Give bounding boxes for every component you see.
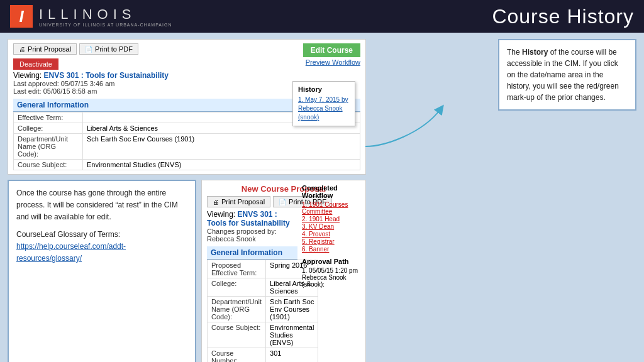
table-row: Course Subject:Environmental Studies (EN… xyxy=(208,322,318,348)
history-title: History xyxy=(298,85,350,93)
workflow-title: Completed Workflow xyxy=(302,184,362,199)
field-value: Sch Earth Soc Env Courses (1901) xyxy=(83,134,360,160)
logo-text-block: ILLINOIS UNIVERSITY OF ILLINOIS AT URBAN… xyxy=(39,6,172,27)
history-arrow xyxy=(359,102,447,153)
glossary-link[interactable]: https://help.courseleaf.com/addt-resourc… xyxy=(16,242,126,263)
workflow-item[interactable]: 5. Registrar xyxy=(302,238,362,245)
approval-path-list: 1. 05/05/15 1:20 pm Rebecca Snook (snook… xyxy=(302,267,362,288)
history-dropdown: History 1. May 7, 2015 by Rebecca Snook … xyxy=(292,81,355,126)
viewing-line: Viewing: ENVS 301 : Tools for Sustainabi… xyxy=(13,71,360,80)
header: I ILLINOIS UNIVERSITY OF ILLINOIS AT URB… xyxy=(0,0,644,33)
new-print-proposal-button[interactable]: Print Proposal xyxy=(207,196,270,207)
new-printer-icon xyxy=(213,198,219,206)
print-pdf-label: Print to PDF xyxy=(95,45,133,53)
field-value: 301 xyxy=(266,348,318,363)
workflow-item[interactable]: 2. 1901 Head xyxy=(302,216,362,222)
university-logo: I ILLINOIS UNIVERSITY OF ILLINOIS AT URB… xyxy=(10,5,172,28)
workflow-item[interactable]: 4. Provost xyxy=(302,231,362,238)
approval-path-item: 1. 05/05/15 1:20 pm Rebecca Snook (snook… xyxy=(302,267,362,288)
glossary-prefix: CourseLeaf Glossary of Terms: xyxy=(16,230,120,239)
print-proposal-label: Print Proposal xyxy=(28,45,71,53)
print-pdf-button[interactable]: Print to PDF xyxy=(79,43,138,55)
main-content: Print Proposal Print to PDF Deactivate V… xyxy=(0,33,644,362)
logo-i-icon: I xyxy=(10,5,33,28)
field-label: Course Subject: xyxy=(208,322,266,348)
changes-proposed: Changes proposed by: Rebecca Snook xyxy=(207,228,297,243)
university-name: ILLINOIS xyxy=(39,6,172,23)
table-row: Department/Unit Name (ORG Code):Sch Eart… xyxy=(14,134,360,160)
edit-course-area: Edit Course Preview Workflow History 1. … xyxy=(303,43,360,66)
viewing-prefix: Viewing: xyxy=(13,71,42,80)
callout-bottom-para1: Once the course has gone through the ent… xyxy=(16,187,187,224)
field-label: Course Number: xyxy=(208,348,266,363)
edit-course-button[interactable]: Edit Course xyxy=(303,43,360,57)
preview-workflow-link[interactable]: Preview Workflow xyxy=(306,58,360,66)
new-pdf-icon xyxy=(279,198,286,206)
printer-icon xyxy=(19,45,25,53)
page-title: Course History xyxy=(492,5,634,28)
callout-top-bold: History xyxy=(522,48,548,57)
deactivate-button[interactable]: Deactivate xyxy=(13,58,58,70)
table-row: Department/Unit Name (ORG Code):Sch Eart… xyxy=(208,297,318,322)
history-entry-link[interactable]: 1. May 7, 2015 by Rebecca Snook (snook) xyxy=(298,96,348,121)
field-label: College: xyxy=(208,278,266,297)
new-general-info-header: General Information xyxy=(207,246,297,260)
new-viewing-prefix: Viewing: xyxy=(207,210,235,219)
table-row: Course Subject:Environmental Studies (EN… xyxy=(14,160,360,170)
field-value: Environmental Studies (ENVS) xyxy=(266,322,318,348)
approval-path: Approval Path 1. 05/05/15 1:20 pm Rebecc… xyxy=(302,258,362,288)
left-column: Print Proposal Print to PDF Deactivate V… xyxy=(8,39,366,356)
approval-path-title: Approval Path xyxy=(302,258,362,265)
field-label: Department/Unit Name (ORG Code): xyxy=(208,297,266,322)
new-print-label: Print Proposal xyxy=(221,198,265,206)
callout-top-text-before: The xyxy=(507,48,522,57)
new-viewing-line: Viewing: ENVS 301 : Tools for Sustainabi… xyxy=(207,210,297,228)
field-label: Effective Term: xyxy=(14,112,83,123)
field-label: Course Subject: xyxy=(14,160,83,170)
new-proposal-panel: New Course Proposal Print Proposal Print… xyxy=(201,180,366,362)
callout-bottom-para2: CourseLeaf Glossary of Terms: https://he… xyxy=(16,229,187,265)
workflow-item[interactable]: 3. KV Dean xyxy=(302,223,362,230)
course-view-panel: Print Proposal Print to PDF Deactivate V… xyxy=(8,39,366,175)
print-proposal-button[interactable]: Print Proposal xyxy=(13,43,77,55)
callout-bottom: Once the course has gone through the ent… xyxy=(8,180,196,362)
bottom-row: Once the course has gone through the ent… xyxy=(8,180,366,362)
table-row: Course Number:301 xyxy=(208,348,318,363)
workflow-items-list: 1. 1901 Courses Committee2. 1901 Head3. … xyxy=(302,201,362,253)
workflow-item[interactable]: 6. Banner xyxy=(302,246,362,253)
pdf-icon xyxy=(85,45,92,53)
field-value: Environmental Studies (ENVS) xyxy=(83,160,360,170)
workflow-side: Completed Workflow 1. 1901 Courses Commi… xyxy=(302,184,362,288)
field-label: Department/Unit Name (ORG Code): xyxy=(14,134,83,160)
callout-top: The History of the course will be access… xyxy=(498,39,636,111)
university-subtitle: UNIVERSITY OF ILLINOIS AT URBANA-CHAMPAI… xyxy=(39,23,172,27)
course-name: ENVS 301 : Tools for Sustainability xyxy=(43,71,169,80)
field-label: College: xyxy=(14,123,83,134)
workflow-item[interactable]: 1. 1901 Courses Committee xyxy=(302,201,362,215)
field-label: Proposed Effective Term: xyxy=(208,260,266,278)
field-value: Sch Earth Soc Env Courses (1901) xyxy=(266,297,318,322)
